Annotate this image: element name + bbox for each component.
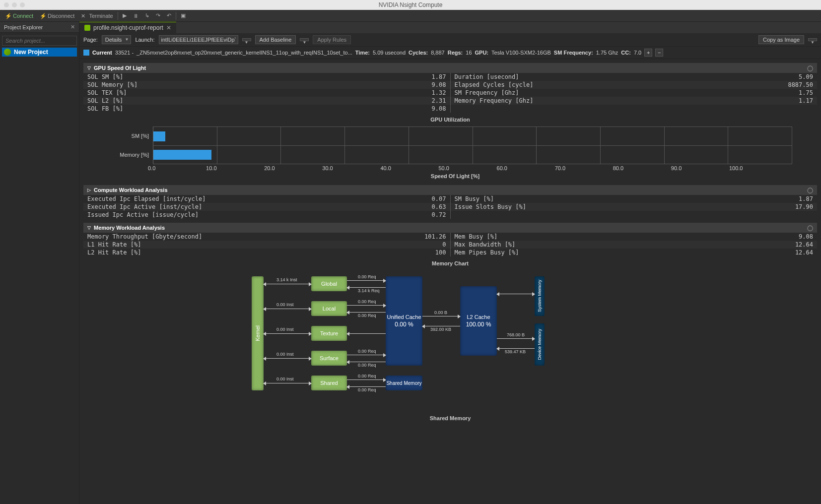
step-icon[interactable]: ▶ <box>120 11 130 20</box>
comment-icon[interactable]: ◯ <box>807 65 813 71</box>
current-label: Current <box>92 50 112 56</box>
regs-label: Regs: <box>448 50 463 56</box>
capture-icon[interactable]: ▣ <box>178 11 189 20</box>
chevron-right-icon: ▷ <box>87 188 91 192</box>
bar-chart: SM [%]Memory [%] 0.010.020.030.040.050.0… <box>83 125 817 181</box>
shared-box: Shared <box>311 376 347 390</box>
doc-tab[interactable]: profile.nsight-cuprof-report ✕ <box>79 22 176 33</box>
cc-value: 7.0 <box>634 50 641 56</box>
cc-label: CC: <box>621 50 631 56</box>
step-out-icon[interactable]: ↶ <box>164 11 174 20</box>
baseline-dropdown[interactable] <box>300 38 309 41</box>
page-label: Page: <box>83 37 98 43</box>
terminate-icon: ✕ <box>81 13 87 19</box>
kernel-infobar: Current 33521 - _ZN5mxnet2op8mxnet_op20m… <box>79 47 821 59</box>
chart-title: GPU Utilization <box>83 117 817 123</box>
report-topbar: Page: Details Launch: Add Baseline Apply… <box>79 33 821 47</box>
app-title: NVIDIA Nsight Compute <box>379 1 443 8</box>
disconnect-button[interactable]: ⚡Disconnect <box>37 12 77 20</box>
memory-diagram: Kernel Global Local Texture Surface Shar… <box>252 271 649 410</box>
global-box: Global <box>311 276 347 291</box>
report-icon <box>84 25 90 31</box>
kernel-id: 33521 - <box>115 50 134 56</box>
traffic-lights <box>4 2 25 7</box>
pause-icon[interactable]: ⏸ <box>130 12 141 20</box>
kernel-name: _ZN5mxnet2op8mxnet_op20mxnet_generic_ker… <box>137 50 352 56</box>
launch-input[interactable] <box>159 35 238 44</box>
kernel-box: Kernel <box>252 276 264 390</box>
metric-row: SOL SM [%]1.87Duration [usecond]5.09 <box>83 73 817 81</box>
gpu-value: Tesla V100-SXM2-16GB <box>491 50 551 56</box>
l2-cache-box: L2 Cache100.00 % <box>460 286 497 356</box>
unified-cache-box: Unified Cache0.00 % <box>386 276 422 366</box>
apply-rules-button[interactable]: Apply Rules <box>313 35 351 44</box>
titlebar: NVIDIA Nsight Compute <box>0 0 821 10</box>
texture-box: Texture <box>311 326 347 341</box>
connect-button[interactable]: ⚡Connect <box>2 12 36 20</box>
step-over-icon[interactable]: ↷ <box>153 11 163 20</box>
section-sol-title: GPU Speed Of Light <box>94 65 146 71</box>
metric-row: Executed Ipc Active [inst/cycle]0.63Issu… <box>83 203 817 211</box>
memchart-footer: Shared Memory <box>83 415 817 421</box>
surface-box: Surface <box>311 351 347 366</box>
comment-icon[interactable]: ◯ <box>807 187 813 193</box>
cycles-label: Cycles: <box>409 50 428 56</box>
add-button[interactable]: + <box>644 49 652 57</box>
terminate-button[interactable]: ✕Terminate <box>78 12 116 20</box>
minimize-icon[interactable] <box>12 2 17 7</box>
minus-button[interactable]: − <box>655 49 663 57</box>
main-toolbar: ⚡Connect ⚡Disconnect ✕Terminate ▶ ⏸ ↳ ↷ … <box>0 10 821 22</box>
bar-row: SM [%] <box>118 126 792 145</box>
memchart-title: Memory Chart <box>83 260 817 266</box>
add-baseline-button[interactable]: Add Baseline <box>255 35 296 44</box>
kernel-color-icon <box>83 50 89 56</box>
section-sol-header[interactable]: ▽ GPU Speed Of Light ◯ <box>83 63 817 73</box>
xaxis-label: Speed Of Light [%] <box>118 173 792 179</box>
copy-image-dropdown[interactable] <box>808 38 817 41</box>
chevron-down-icon: ▽ <box>87 225 91 230</box>
document-tabs: profile.nsight-cuprof-report ✕ <box>79 22 821 33</box>
metric-row: L1 Hit Rate [%]0Max Bandwidth [%]12.64 <box>83 241 817 249</box>
search-input[interactable] <box>2 36 77 46</box>
section-compute-title: Compute Workload Analysis <box>94 187 168 193</box>
launch-dropdown[interactable] <box>242 38 251 41</box>
project-icon <box>4 49 11 56</box>
smfreq-value: 1.75 Ghz <box>596 50 618 56</box>
shared-memory-box: Shared Memory <box>386 376 422 390</box>
close-icon[interactable] <box>4 2 9 7</box>
page-select[interactable]: Details <box>102 35 132 44</box>
project-label: New Project <box>14 49 48 56</box>
launch-label: Launch: <box>135 37 154 43</box>
metric-row: Memory Throughput [Gbyte/second]101.26Me… <box>83 233 817 241</box>
metric-row: SOL FB [%]9.08 <box>83 105 817 113</box>
chevron-down-icon: ▽ <box>87 65 91 70</box>
metric-row: Issued Ipc Active [issue/cycle]0.72 <box>83 211 817 219</box>
connect-icon: ⚡ <box>5 13 11 19</box>
project-explorer-tab: Project Explorer ✕ <box>0 22 79 33</box>
metric-row: SOL L2 [%]2.31Memory Frequency [Ghz]1.17 <box>83 97 817 105</box>
maximize-icon[interactable] <box>20 2 25 7</box>
section-compute-header[interactable]: ▷ Compute Workload Analysis ◯ <box>83 185 817 195</box>
smfreq-label: SM Frequency: <box>554 50 593 56</box>
devmem-box: Device Memory <box>535 323 545 366</box>
copy-image-button[interactable]: Copy as Image <box>758 35 804 44</box>
disconnect-icon: ⚡ <box>40 13 46 19</box>
local-box: Local <box>311 301 347 316</box>
gpu-label: GPU: <box>475 50 489 56</box>
metric-row: SOL TEX [%]1.32SM Frequency [Ghz]1.75 <box>83 89 817 97</box>
metric-row: Executed Ipc Elapsed [inst/cycle]0.07SM … <box>83 195 817 203</box>
time-value: 5.09 usecond <box>373 50 406 56</box>
bar-row: Memory [%] <box>118 145 792 164</box>
time-label: Time: <box>355 50 370 56</box>
close-panel-icon[interactable]: ✕ <box>70 24 75 30</box>
close-tab-icon[interactable]: ✕ <box>166 24 171 31</box>
comment-icon[interactable]: ◯ <box>807 225 813 231</box>
project-item[interactable]: New Project <box>2 48 77 57</box>
regs-value: 16 <box>466 50 472 56</box>
step-into-icon[interactable]: ↳ <box>142 11 152 20</box>
sysmem-box: System Memory <box>535 276 545 316</box>
section-memory-header[interactable]: ▽ Memory Workload Analysis ◯ <box>83 223 817 233</box>
doc-name: profile.nsight-cuprof-report <box>93 24 163 31</box>
sidebar: Project Explorer ✕ New Project <box>0 22 79 504</box>
metric-row: L2 Hit Rate [%]100Mem Pipes Busy [%]12.6… <box>83 249 817 256</box>
